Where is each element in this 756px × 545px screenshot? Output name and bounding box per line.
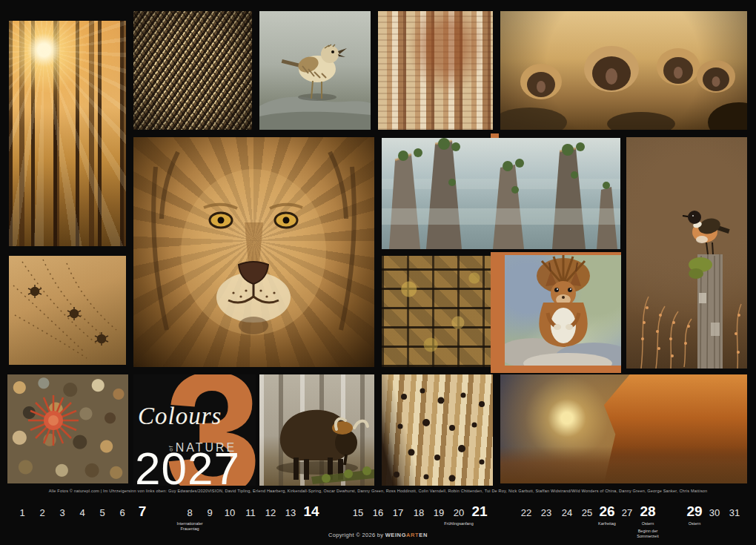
holiday-line: Ostern (637, 521, 658, 526)
date-27: 27 (622, 507, 632, 518)
date-20: 20 (454, 507, 464, 518)
date-17: 17 (393, 507, 403, 518)
holiday-line: Ostern (689, 521, 701, 526)
date-26: 26 (599, 503, 614, 520)
date-12: 12 (265, 507, 276, 518)
holiday-label-29: Ostern (689, 521, 701, 526)
copyright-text: Copyright © 2026 by (328, 532, 385, 538)
photo-european-bison (259, 374, 374, 486)
stonechat-illustration (626, 137, 747, 369)
photo-red-squirrel (505, 255, 621, 366)
sand-shape (500, 446, 747, 483)
photo-coastal-sunset (500, 374, 747, 483)
pinnacles-illustration (382, 138, 620, 249)
date-7: 7 (139, 503, 147, 520)
date-24: 24 (562, 507, 572, 518)
date-11: 11 (245, 507, 256, 518)
date-25: 25 (582, 507, 592, 518)
date-6: 6 (119, 507, 125, 518)
date-8: 8 (187, 507, 192, 518)
date-31: 31 (729, 507, 740, 518)
holiday-line: Karfreitag (598, 521, 616, 526)
photo-pebbles-sea-urchin (7, 374, 128, 483)
date-29: 29 (686, 503, 702, 520)
date-22: 22 (521, 507, 531, 518)
date-14: 14 (303, 503, 319, 520)
sea-urchin-illustration (7, 374, 128, 483)
calendar-year: 2027 (135, 446, 240, 486)
date-16: 16 (373, 507, 383, 518)
pipit-bird-illustration (259, 11, 371, 130)
date-13: 13 (285, 507, 296, 518)
holiday-label-20: Frühlingsanfang (444, 521, 473, 526)
date-21: 21 (471, 503, 487, 520)
date-9: 9 (207, 507, 212, 518)
date-15: 15 (353, 507, 363, 518)
copyright-line: Copyright © 2026 by WEINGARTEN (0, 532, 756, 538)
photo-karst-pinnacles (382, 138, 620, 249)
calendar-title: Colours (138, 403, 222, 430)
date-2: 2 (39, 507, 44, 518)
photo-stonechat-on-post (626, 137, 747, 369)
photo-pipit-singing (259, 11, 371, 130)
holiday-label-8: Internationaler Frauentag (176, 521, 202, 532)
photo-lion-portrait (133, 137, 374, 367)
date-4: 4 (79, 507, 84, 518)
bison-illustration (259, 374, 374, 486)
brand-post: EN (419, 532, 428, 538)
photo-credits: Alle Fotos © naturepl.com | Im Uhrzeiger… (0, 489, 756, 493)
orange-photo-frame (491, 252, 621, 373)
brand-accent: ART (406, 532, 419, 538)
date-19: 19 (434, 507, 444, 518)
date-28: 28 (640, 503, 655, 520)
photo-forest-sunrise (9, 21, 126, 246)
photo-hedgehog-spines (133, 11, 252, 130)
crabs-illustration (9, 256, 126, 365)
stonechat-bird (683, 211, 730, 254)
holiday-line: Internationaler (176, 521, 202, 526)
photo-gelada-monkeys (500, 11, 747, 130)
date-23: 23 (541, 507, 551, 518)
date-5: 5 (99, 507, 105, 518)
calendar-page: 3 Colours ofNATURE 2027 (0, 0, 756, 545)
date-18: 18 (414, 507, 424, 518)
photo-birch-bark (378, 11, 493, 130)
holiday-label-26: Karfreitag (598, 521, 616, 526)
brand-pre: WEING (385, 532, 406, 538)
squirrel-illustration (505, 255, 621, 366)
date-10: 10 (225, 507, 235, 518)
photo-bark-beetles (382, 374, 493, 486)
gelada-monkeys-illustration (500, 11, 747, 130)
photo-crab-trails (9, 256, 126, 365)
title-block: 3 Colours ofNATURE 2027 (133, 374, 256, 486)
lion-face-illustration (133, 137, 374, 367)
photo-lichen-stone-wall (382, 256, 491, 367)
beetles-illustration (382, 374, 493, 486)
date-3: 3 (59, 507, 64, 518)
publisher-brand: WEINGARTEN (385, 532, 428, 538)
date-30: 30 (709, 507, 720, 518)
date-1: 1 (19, 507, 24, 518)
holiday-line: Frühlingsanfang (444, 521, 473, 526)
